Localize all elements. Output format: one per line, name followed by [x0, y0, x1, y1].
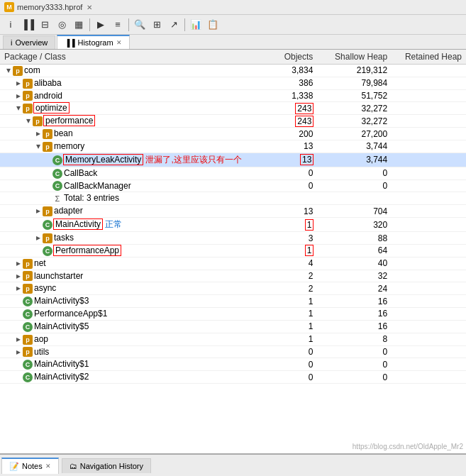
node-type-icon: Σ [52, 194, 62, 204]
col-header-objects[interactable]: Objects [257, 50, 317, 65]
col-header-retained[interactable]: Retained Heap [392, 50, 466, 65]
table-row[interactable]: ΣTotal: 3 entries [0, 192, 466, 205]
tree-expand-icon[interactable]: ▸ [14, 347, 23, 357]
tree-expand-icon[interactable]: ▸ [34, 206, 43, 216]
cell-class-name[interactable]: CPerformanceApp [0, 244, 257, 257]
tab-notes[interactable]: 📝 Notes ✕ [1, 458, 59, 474]
table-row[interactable]: CCallBack00 [0, 167, 466, 179]
toolbar-export-btn[interactable]: ↗ [166, 17, 182, 33]
table-row[interactable]: ▸pbean20027,200 [0, 128, 466, 140]
cell-objects: 4 [257, 257, 317, 270]
tree-expand-icon[interactable]: ▾ [4, 65, 13, 75]
cell-class-name[interactable]: ▸pandroid [0, 89, 257, 102]
node-type-icon: p [23, 104, 33, 114]
table-row[interactable]: ▾pperformance24332,272 [0, 115, 466, 128]
node-name: async [34, 283, 56, 293]
tree-expand-icon[interactable]: ▸ [14, 258, 23, 268]
table-row[interactable]: ▸putils00 [0, 345, 466, 358]
cell-class-name[interactable]: ▾poptimize [0, 102, 257, 115]
table-row[interactable]: ▸pnet440 [0, 257, 466, 270]
table-row[interactable]: ▸padapter13704 [0, 205, 466, 218]
table-row[interactable]: ▸plaunchstarter232 [0, 270, 466, 282]
tree-expand-icon[interactable]: ▸ [14, 91, 23, 101]
cell-class-name[interactable]: CMemoryLeakActivity泄漏了,这里应该只有一个 [0, 153, 257, 167]
table-row[interactable]: CMainActivity$100 [0, 358, 466, 371]
toolbar-oql-btn[interactable]: ◎ [54, 17, 70, 33]
tree-expand-icon[interactable]: ▸ [14, 78, 23, 88]
toolbar-separator-3 [184, 18, 185, 31]
table-row[interactable]: ▸ptasks388 [0, 232, 466, 245]
table-row[interactable]: ▸palibaba38679,984 [0, 77, 466, 89]
toolbar-run-btn[interactable]: ▶ [93, 17, 109, 33]
table-row[interactable]: ▸pasync224 [0, 282, 466, 295]
node-name: MemoryLeakActivity [64, 155, 143, 165]
toolbar-dominators-btn[interactable]: ⊟ [37, 17, 52, 33]
toolbar-copy-btn[interactable]: 📋 [205, 17, 221, 33]
toolbar-menu-btn[interactable]: ≡ [110, 17, 126, 33]
tree-expand-icon[interactable]: ▸ [34, 128, 43, 138]
cell-shallow-heap: 16 [317, 320, 392, 333]
tree-expand-icon[interactable]: ▾ [14, 103, 23, 113]
cell-class-name[interactable]: ▸palibaba [0, 77, 257, 89]
cell-class-name[interactable]: ▸pnet [0, 257, 257, 270]
table-row[interactable]: ▸paop18 [0, 333, 466, 345]
cell-shallow-heap: 27,200 [317, 128, 392, 140]
cell-class-name[interactable]: ▸putils [0, 345, 257, 358]
table-row[interactable]: ▾poptimize24332,272 [0, 102, 466, 115]
tree-expand-icon[interactable]: ▸ [34, 233, 43, 243]
cell-shallow-heap: 0 [317, 167, 392, 179]
col-header-class[interactable]: Package / Class [0, 50, 257, 65]
table-row[interactable]: CMainActivity$200 [0, 371, 466, 384]
cell-objects: 2 [257, 270, 317, 282]
table-row[interactable]: ▾pcom3,834219,312 [0, 65, 466, 77]
node-type-icon: p [23, 259, 33, 269]
toolbar-grid-btn[interactable]: ⊞ [149, 17, 165, 33]
table-row[interactable]: CMainActivity$3116 [0, 295, 466, 308]
table-row[interactable]: CPerformanceApp164 [0, 244, 466, 257]
toolbar-search-btn[interactable]: 🔍 [132, 17, 148, 33]
toolbar-inspect-btn[interactable]: ▦ [71, 17, 87, 33]
table-row[interactable]: CPerformanceApp$1116 [0, 308, 466, 321]
table-row[interactable]: ▾pmemory133,744 [0, 140, 466, 153]
cell-class-name[interactable]: CMainActivity$5 [0, 320, 257, 333]
tree-expand-icon[interactable]: ▾ [24, 116, 33, 126]
notes-tab-close[interactable]: ✕ [45, 463, 51, 470]
cell-class-name[interactable]: ▸ptasks [0, 232, 257, 245]
cell-class-name[interactable]: ▾pperformance [0, 115, 257, 128]
tree-expand-icon[interactable]: ▸ [14, 271, 23, 281]
tab-overview[interactable]: i Overview [3, 35, 55, 49]
toolbar-histogram-btn[interactable]: ▐▐ [20, 17, 35, 33]
cell-class-name[interactable]: ▸padapter [0, 205, 257, 218]
toolbar-info-btn[interactable]: i [3, 17, 18, 33]
cell-class-name[interactable]: ΣTotal: 3 entries [0, 192, 257, 205]
cell-class-name[interactable]: ▾pmemory [0, 140, 257, 153]
table-row[interactable]: CMemoryLeakActivity泄漏了,这里应该只有一个133,744 [0, 153, 466, 167]
node-name: optimize [34, 103, 69, 113]
cell-shallow-heap: 40 [317, 257, 392, 270]
cell-class-name[interactable]: CPerformanceApp$1 [0, 308, 257, 321]
cell-class-name[interactable]: ▸pasync [0, 282, 257, 295]
table-row[interactable]: CMainActivity正常1320 [0, 218, 466, 232]
cell-class-name[interactable]: CCallBackManager [0, 179, 257, 192]
col-header-shallow[interactable]: Shallow Heap [317, 50, 392, 65]
cell-class-name[interactable]: CMainActivity$3 [0, 295, 257, 308]
cell-class-name[interactable]: CMainActivity$1 [0, 358, 257, 371]
cell-class-name[interactable]: CMainActivity$2 [0, 371, 257, 384]
cell-class-name[interactable]: CCallBack [0, 167, 257, 179]
tree-expand-icon[interactable]: ▸ [14, 334, 23, 344]
tab-histogram[interactable]: ▐▐ Histogram ✕ [57, 35, 129, 49]
histogram-tab-close[interactable]: ✕ [116, 39, 122, 46]
cell-class-name[interactable]: CMainActivity正常 [0, 218, 257, 232]
title-close-button[interactable]: ✕ [87, 4, 92, 11]
toolbar-chart-btn[interactable]: 📊 [188, 17, 204, 33]
tree-expand-icon[interactable]: ▸ [14, 283, 23, 293]
table-row[interactable]: CCallBackManager00 [0, 179, 466, 192]
cell-class-name[interactable]: ▸pbean [0, 128, 257, 140]
table-row[interactable]: ▸pandroid1,33851,752 [0, 89, 466, 102]
tree-expand-icon[interactable]: ▾ [34, 141, 43, 151]
table-row[interactable]: CMainActivity$5116 [0, 320, 466, 333]
tab-nav-history[interactable]: 🗂 Navigation History [62, 458, 151, 473]
cell-class-name[interactable]: ▾pcom [0, 65, 257, 77]
cell-class-name[interactable]: ▸plaunchstarter [0, 270, 257, 282]
cell-class-name[interactable]: ▸paop [0, 333, 257, 345]
